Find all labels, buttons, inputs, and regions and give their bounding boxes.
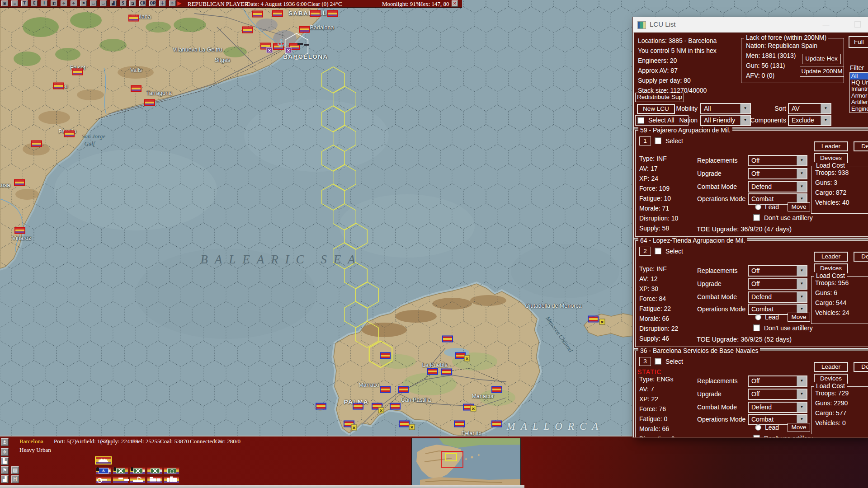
- lead-radio[interactable]: [755, 424, 761, 431]
- leader-button[interactable]: Leader: [814, 141, 848, 151]
- unit-counter-buildings[interactable]: [163, 476, 180, 484]
- toolbar-icon-colors[interactable]: ◧: [51, 0, 57, 6]
- toolbar-icon-naval[interactable]: ▭: [90, 0, 97, 6]
- replacements-dropdown[interactable]: Off▼: [748, 155, 807, 166]
- unit-counter-train[interactable]: [146, 476, 163, 484]
- airplane-icon[interactable]: ✈: [1, 448, 9, 456]
- details-button[interactable]: Details: [854, 362, 868, 372]
- unit-stat: Morale: 66: [639, 425, 675, 435]
- replacements-dropdown[interactable]: Off▼: [748, 375, 807, 387]
- unit-counter-craneship[interactable]: [129, 476, 146, 484]
- unit-counter-ships[interactable]: [112, 476, 129, 484]
- ship-icon[interactable]: ▙: [1, 457, 9, 465]
- chevron-down-icon[interactable]: ▼: [821, 116, 830, 125]
- lead-radio[interactable]: [755, 204, 761, 210]
- combat-mode-dropdown[interactable]: Defend▼: [748, 291, 807, 303]
- unit-title: 64 - Lopez-Tienda Agrupacion de Mil.: [638, 237, 747, 244]
- toolbar-icon-signal[interactable]: ┼: [159, 0, 166, 6]
- upgrade-dropdown[interactable]: Off▼: [748, 278, 807, 290]
- filter-option-enginee[interactable]: Enginee: [850, 106, 868, 113]
- upgrade-dropdown[interactable]: Off▼: [748, 168, 807, 179]
- update-hex-button[interactable]: Update Hex: [802, 54, 841, 64]
- leader-button[interactable]: Leader: [814, 362, 848, 372]
- unit-counter-wheel[interactable]: -: [163, 467, 180, 475]
- taskbar-strip: [0, 485, 524, 488]
- upgrade-dropdown[interactable]: Off▼: [748, 389, 807, 400]
- dont-use-artillery-checkbox[interactable]: [753, 435, 760, 437]
- move-button[interactable]: Move: [788, 423, 810, 432]
- full-button[interactable]: Full: [849, 36, 868, 48]
- inf-glyph: [133, 469, 142, 474]
- filter-option-artillery[interactable]: Artillery: [850, 99, 868, 106]
- end-turn-icon[interactable]: ▶: [177, 0, 181, 6]
- toolbar-icon-naval2[interactable]: ▭: [100, 0, 107, 6]
- toolbar-icon-flag[interactable]: ⚑: [80, 0, 87, 6]
- toolbar-icon-air-blue[interactable]: ✈: [71, 0, 77, 6]
- dont-use-artillery-checkbox[interactable]: [753, 214, 760, 221]
- toolbar-icon-terrain[interactable]: ◪: [129, 0, 136, 6]
- lead-radio[interactable]: [755, 314, 761, 320]
- chevron-down-icon[interactable]: ▼: [821, 104, 830, 113]
- toolbar-icon-editor[interactable]: E: [31, 0, 38, 6]
- toolbar-icon-info[interactable]: i: [41, 0, 47, 6]
- status-item: Barcelona: [19, 438, 43, 445]
- filter-option-armor[interactable]: Armor: [850, 93, 868, 99]
- unit-counter-inf[interactable]: E: [146, 467, 163, 475]
- filter-listbox[interactable]: AllHQ UnitInfantryArmorArtilleryEnginee: [849, 72, 868, 113]
- photo-icon[interactable]: ▨: [11, 466, 19, 474]
- maximize-button[interactable]: [854, 21, 861, 28]
- toolbar-icon-operations[interactable]: OP: [149, 0, 156, 6]
- unit-counter-anchor[interactable]: ⚓E: [95, 467, 112, 475]
- update-200nm-button[interactable]: Update 200NM: [800, 66, 844, 77]
- toolbar-icon-toe[interactable]: T: [21, 0, 28, 6]
- unit-number-button[interactable]: 3: [639, 357, 651, 366]
- select-all-checkbox[interactable]: [637, 117, 644, 124]
- unit-number-button[interactable]: 1: [639, 136, 651, 145]
- toolbar-icon-supply[interactable]: S: [120, 0, 127, 6]
- anchor-icon[interactable]: ⚓: [1, 438, 9, 446]
- lead-label: Lead: [765, 424, 779, 431]
- unit-counter-ship[interactable]: [95, 456, 112, 465]
- details-button[interactable]: Details: [854, 141, 868, 151]
- unit-counter-wrench[interactable]: [95, 476, 112, 484]
- status-item: Port: 5(7): [54, 438, 76, 445]
- toolbar-icon-weather-view[interactable]: ☼: [169, 0, 176, 6]
- unit-counter-inf[interactable]: -: [112, 467, 129, 475]
- toolbar-icon-combat-report[interactable]: CR: [139, 0, 146, 6]
- toolbar-icon-report[interactable]: ≣: [11, 0, 18, 6]
- hq-icon[interactable]: H: [11, 475, 19, 483]
- toolbar-icon-industry[interactable]: ▟: [110, 0, 117, 6]
- supply-per-day-label: Supply per day: 80: [638, 77, 717, 87]
- filter-option-all[interactable]: All: [850, 73, 868, 80]
- chevron-down-icon[interactable]: ▼: [740, 104, 750, 113]
- unit-number-button[interactable]: 2: [639, 247, 651, 256]
- filter-option-infantry[interactable]: Infantry: [850, 86, 868, 93]
- flag-icon[interactable]: ⚑: [1, 466, 9, 474]
- mobility-dropdown[interactable]: All▼: [700, 103, 751, 114]
- dont-use-artillery-checkbox[interactable]: [753, 324, 760, 331]
- details-button[interactable]: Details: [854, 252, 868, 262]
- unit-section: 59 - Pajarero Agrupacion de Mil. 1 Selec…: [635, 130, 868, 237]
- unit-select-checkbox[interactable]: [655, 248, 661, 254]
- replacements-dropdown[interactable]: Off▼: [748, 265, 807, 277]
- move-button[interactable]: Move: [788, 202, 810, 211]
- toolbar-icon-save[interactable]: ▣: [1, 0, 8, 6]
- combat-mode-dropdown[interactable]: Defend▼: [748, 402, 807, 413]
- factory-icon[interactable]: ▟: [1, 475, 9, 483]
- redistribute-supply-button[interactable]: Redistribute Sup: [635, 93, 684, 102]
- combat-mode-dropdown[interactable]: Defend▼: [748, 181, 807, 192]
- close-icon[interactable]: ✕: [452, 0, 458, 7]
- minimap[interactable]: [411, 438, 521, 488]
- filter-option-hq-unit[interactable]: HQ Unit: [850, 80, 868, 86]
- minimize-button[interactable]: —: [819, 19, 833, 30]
- sort-dropdown[interactable]: AV▼: [788, 103, 831, 114]
- unit-select-checkbox[interactable]: [655, 358, 661, 365]
- window-titlebar[interactable]: LCU List —: [633, 17, 868, 33]
- unit-counter-inf[interactable]: E: [129, 467, 146, 475]
- toolbar-icon-air-green[interactable]: ✈: [61, 0, 67, 6]
- components-dropdown[interactable]: Exclude▼: [788, 115, 831, 126]
- unit-select-checkbox[interactable]: [655, 137, 661, 144]
- leader-button[interactable]: Leader: [814, 252, 848, 262]
- move-button[interactable]: Move: [788, 313, 810, 322]
- unit-title: 59 - Pajarero Agrupacion de Mil.: [638, 127, 732, 134]
